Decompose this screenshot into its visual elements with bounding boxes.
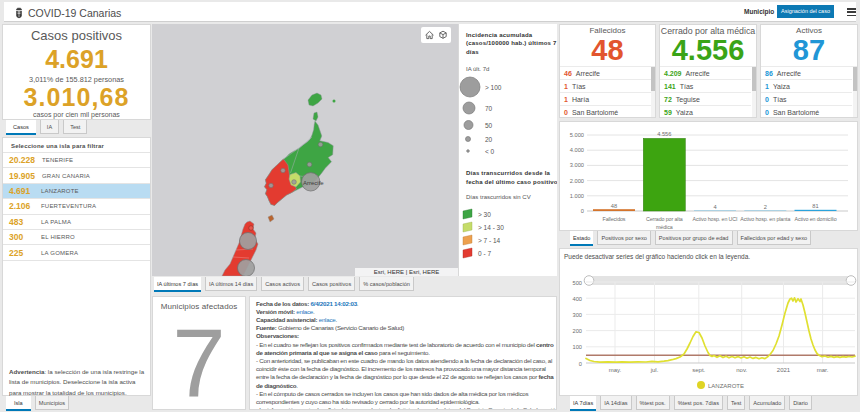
svg-text:Fallecidos: Fallecidos — [603, 216, 626, 222]
svg-text:5.000: 5.000 — [570, 132, 584, 138]
svg-text:LANZAROTE: LANZAROTE — [708, 383, 744, 389]
svg-text:< 0: < 0 — [485, 148, 495, 155]
svg-text:> 100: > 100 — [485, 84, 502, 91]
svg-text:sept.: sept. — [692, 367, 705, 373]
svg-text:> 30: > 30 — [478, 211, 491, 218]
svg-text:500: 500 — [573, 280, 583, 286]
svg-text:50: 50 — [485, 122, 493, 129]
svg-text:4.556: 4.556 — [657, 131, 671, 137]
svg-text:> 14 - 30: > 14 - 30 — [478, 224, 504, 231]
svg-text:jul.: jul. — [650, 367, 659, 373]
svg-text:2.000: 2.000 — [570, 178, 584, 184]
svg-text:nov.: nov. — [736, 367, 747, 373]
svg-text:Cerrado por alta: Cerrado por alta — [646, 216, 683, 222]
svg-text:2021: 2021 — [777, 367, 791, 373]
svg-text:Activo en domicilio: Activo en domicilio — [795, 216, 837, 222]
svg-text:400: 400 — [573, 296, 583, 302]
svg-text:0: 0 — [581, 208, 584, 214]
svg-text:Activo hosp. en UCI: Activo hosp. en UCI — [693, 216, 738, 222]
svg-text:0: 0 — [579, 361, 582, 367]
svg-text:4: 4 — [713, 204, 716, 210]
svg-text:48: 48 — [611, 203, 617, 209]
svg-text:70: 70 — [485, 105, 493, 112]
svg-text:0 - 7: 0 - 7 — [478, 250, 491, 257]
svg-text:81: 81 — [812, 203, 818, 209]
svg-text:Arrecife: Arrecife — [303, 180, 324, 186]
svg-text:100: 100 — [573, 344, 583, 350]
svg-text:200: 200 — [573, 328, 583, 334]
svg-text:3.000: 3.000 — [570, 162, 584, 168]
svg-text:may.: may. — [609, 367, 622, 373]
svg-text:Activo hosp. en planta: Activo hosp. en planta — [740, 216, 790, 222]
svg-text:300: 300 — [573, 312, 583, 318]
svg-text:mar.: mar. — [817, 367, 829, 373]
svg-text:2: 2 — [764, 204, 767, 210]
svg-text:4.000: 4.000 — [570, 147, 584, 153]
svg-text:> 7 - 14: > 7 - 14 — [478, 237, 501, 244]
svg-text:médica: médica — [656, 224, 673, 230]
svg-text:1.000: 1.000 — [570, 193, 584, 199]
svg-text:20: 20 — [485, 136, 493, 143]
